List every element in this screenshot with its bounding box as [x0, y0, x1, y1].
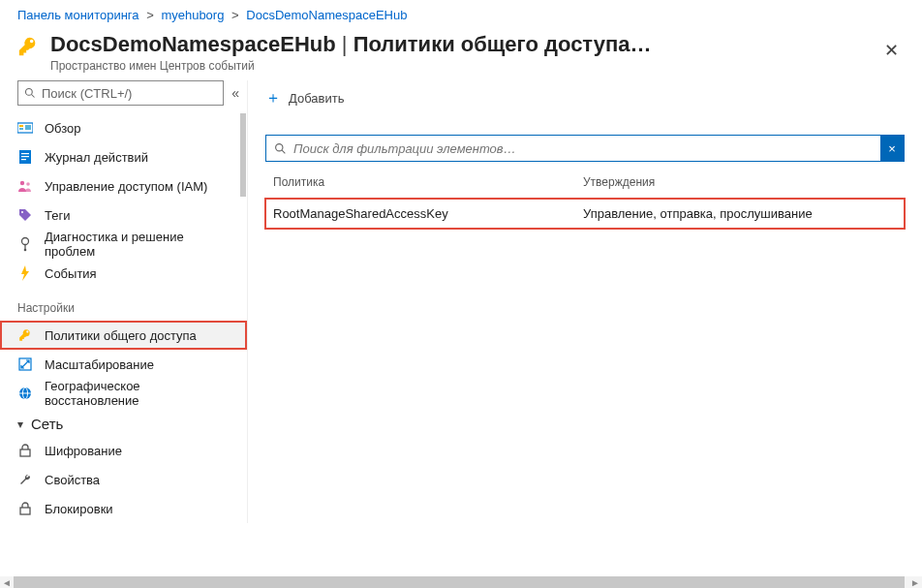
- key-icon: [17, 327, 33, 343]
- sidebar-item-activity-log[interactable]: Журнал действий: [0, 142, 247, 171]
- sidebar-item-label: Обзор: [45, 121, 81, 136]
- svg-rect-7: [21, 153, 29, 154]
- clear-filter-button[interactable]: ×: [880, 136, 904, 161]
- title-pipe: |: [336, 32, 353, 56]
- policy-claims: Управление, отправка, прослушивание: [583, 206, 897, 221]
- filter-input[interactable]: [293, 136, 880, 161]
- svg-point-0: [26, 89, 33, 96]
- sidebar-item-events[interactable]: События: [0, 259, 247, 288]
- tag-icon: [17, 207, 33, 223]
- sidebar-item-iam[interactable]: Управление доступом (IAM): [0, 171, 247, 201]
- sidebar-item-locks[interactable]: Блокировки: [0, 494, 247, 523]
- sidebar-item-properties[interactable]: Свойства: [0, 465, 247, 494]
- title-bar: DocsDemoNamespaceEHub | Политики общего …: [0, 26, 922, 80]
- wrench-icon: [17, 472, 33, 487]
- filter-bar: ×: [265, 135, 905, 162]
- sidebar-item-label: Шифрование: [45, 444, 122, 458]
- sidebar-item-diagnostics[interactable]: Диагностика и решение проблем: [0, 230, 247, 259]
- svg-rect-4: [19, 128, 23, 130]
- close-icon[interactable]: ✕: [884, 40, 899, 61]
- lock-icon: [17, 443, 33, 458]
- breadcrumb-sep: >: [146, 8, 154, 22]
- sidebar-scrollbar[interactable]: [240, 113, 246, 197]
- sidebar-item-overview[interactable]: Обзор: [0, 113, 247, 142]
- breadcrumb: Панель мониторинга > myehuborg > DocsDem…: [0, 0, 922, 26]
- overview-icon: [17, 120, 33, 136]
- title-ellipsis: …: [630, 32, 651, 56]
- diagnostics-icon: [17, 236, 33, 252]
- add-button-label: Добавить: [289, 91, 344, 106]
- sidebar-item-geo-recovery[interactable]: Географическое восстановление: [0, 379, 247, 408]
- svg-rect-5: [25, 125, 31, 130]
- scroll-left-icon[interactable]: ◄: [0, 577, 14, 588]
- sidebar-item-label: Масштабирование: [45, 357, 154, 372]
- sidebar-item-label: События: [45, 266, 97, 281]
- chevron-down-icon: ▾: [17, 418, 23, 431]
- sidebar-section-label: Сеть: [31, 416, 63, 432]
- breadcrumb-resource[interactable]: DocsDemoNamespaceEHub: [246, 8, 407, 22]
- svg-rect-20: [20, 449, 30, 456]
- collapse-sidebar-icon[interactable]: «: [231, 85, 239, 101]
- sidebar-section-settings: Настройки: [0, 288, 247, 321]
- plus-icon: ＋: [265, 88, 281, 108]
- key-icon: [17, 36, 41, 57]
- page-subtitle: Пространство имен Центров событий: [50, 59, 651, 73]
- svg-rect-3: [19, 125, 23, 127]
- sidebar-item-label: Свойства: [45, 473, 100, 487]
- sidebar-item-label: Теги: [45, 208, 70, 223]
- policy-name: RootManageSharedAccessKey: [273, 206, 583, 221]
- table-header: Политика Утверждения: [265, 162, 905, 199]
- svg-point-10: [20, 181, 24, 185]
- iam-icon: [17, 178, 33, 194]
- search-icon: [266, 136, 293, 161]
- sidebar-item-label: Журнал действий: [45, 150, 148, 165]
- svg-point-12: [21, 211, 23, 213]
- resource-name: DocsDemoNamespaceEHub: [50, 32, 336, 56]
- svg-rect-8: [21, 156, 29, 157]
- add-button[interactable]: ＋ Добавить: [265, 88, 344, 108]
- search-icon: [24, 87, 36, 99]
- events-icon: [17, 265, 33, 281]
- breadcrumb-sep: >: [231, 8, 239, 22]
- svg-rect-21: [20, 508, 30, 514]
- svg-line-1: [32, 95, 35, 98]
- sidebar: Поиск (CTRL+/) « Обзор Журнал действий У…: [0, 80, 248, 523]
- column-policy[interactable]: Политика: [273, 175, 583, 189]
- sidebar-item-label: Политики общего доступа: [45, 328, 197, 343]
- toolbar: ＋ Добавить: [265, 80, 905, 115]
- svg-point-22: [275, 144, 282, 151]
- sidebar-item-encryption[interactable]: Шифрование: [0, 436, 247, 465]
- horizontal-scrollbar[interactable]: ◄ ►: [0, 576, 922, 588]
- section-name: Политики общего доступа: [353, 32, 630, 56]
- scroll-right-icon[interactable]: ►: [908, 577, 922, 588]
- sidebar-item-scale[interactable]: Масштабирование: [0, 350, 247, 379]
- svg-point-13: [22, 238, 29, 245]
- sidebar-item-tags[interactable]: Теги: [0, 201, 247, 230]
- sidebar-item-shared-access-policies[interactable]: Политики общего доступа: [0, 321, 247, 350]
- sidebar-section-network[interactable]: ▾ Сеть: [0, 408, 247, 436]
- column-claims[interactable]: Утверждения: [583, 175, 897, 189]
- scale-icon: [17, 356, 33, 372]
- sidebar-nav: Обзор Журнал действий Управление доступо…: [0, 113, 247, 523]
- scroll-thumb[interactable]: [14, 576, 905, 588]
- svg-line-23: [282, 150, 285, 153]
- globe-icon: [17, 386, 33, 401]
- main-panel: ＋ Добавить × Политика Утверждения RootMa…: [248, 80, 922, 523]
- table-row[interactable]: RootManageSharedAccessKey Управление, от…: [265, 199, 905, 229]
- lock-icon: [17, 501, 33, 516]
- sidebar-item-label: Управление доступом (IAM): [45, 179, 207, 194]
- sidebar-search-placeholder: Поиск (CTRL+/): [42, 86, 132, 101]
- activity-log-icon: [17, 149, 33, 165]
- svg-point-15: [24, 249, 27, 252]
- sidebar-item-label: Географическое восстановление: [45, 379, 237, 408]
- breadcrumb-org[interactable]: myehuborg: [161, 8, 224, 22]
- sidebar-item-label: Диагностика и решение проблем: [45, 230, 237, 259]
- svg-rect-9: [21, 159, 26, 160]
- svg-point-11: [26, 183, 30, 187]
- sidebar-item-label: Блокировки: [45, 502, 113, 516]
- page-title: DocsDemoNamespaceEHub | Политики общего …: [50, 32, 651, 57]
- breadcrumb-dashboard[interactable]: Панель мониторинга: [17, 8, 139, 22]
- sidebar-search-input[interactable]: Поиск (CTRL+/): [17, 80, 224, 106]
